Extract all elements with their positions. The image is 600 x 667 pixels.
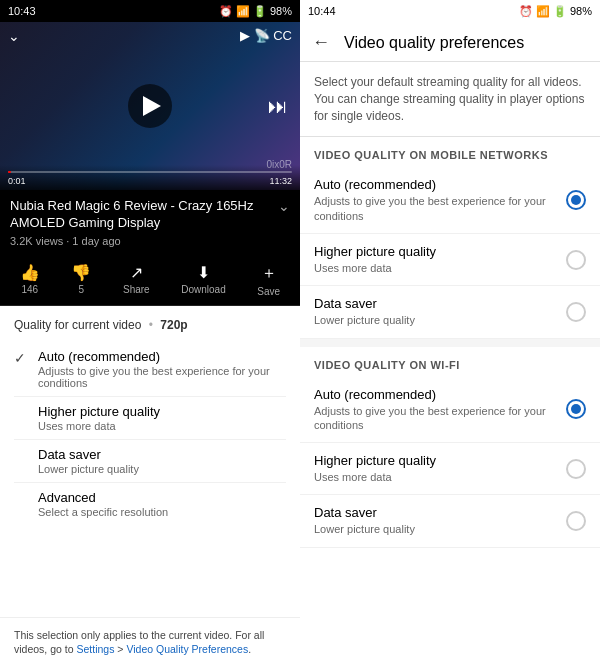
radio-mobile-auto[interactable] xyxy=(566,190,586,210)
section-divider xyxy=(300,339,600,347)
pref-option-text: Data saver Lower picture quality xyxy=(314,505,566,536)
quality-option-auto[interactable]: ✓ Auto (recommended) Adjusts to give you… xyxy=(14,342,286,397)
like-icon: 👍 xyxy=(20,263,40,282)
check-empty xyxy=(14,490,38,491)
share-icon: ↗ xyxy=(130,263,143,282)
progress-fill xyxy=(8,171,11,173)
pref-option-mobile-auto[interactable]: Auto (recommended) Adjusts to give you t… xyxy=(300,167,600,234)
video-info: Nubia Red Magic 6 Review - Crazy 165Hz A… xyxy=(0,190,300,255)
check-empty xyxy=(14,447,38,448)
pref-option-mobile-datasaver[interactable]: Data saver Lower picture quality xyxy=(300,286,600,338)
quality-option-text: Data saver Lower picture quality xyxy=(38,447,286,475)
video-thumbnail[interactable]: ⌄ ▶ 📡 CC ⏭ 0ix0R 0:01 11:32 xyxy=(0,22,300,190)
settings-link[interactable]: Settings xyxy=(76,643,114,655)
video-controls: 0:01 11:32 xyxy=(0,165,300,190)
quality-option-higher[interactable]: Higher picture quality Uses more data xyxy=(14,397,286,440)
share-button[interactable]: ↗ Share xyxy=(123,263,150,297)
quality-option-text: Higher picture quality Uses more data xyxy=(38,404,286,432)
pref-option-text: Auto (recommended) Adjusts to give you t… xyxy=(314,177,566,223)
time-display: 0:01 11:32 xyxy=(8,176,292,186)
download-button[interactable]: ⬇ Download xyxy=(181,263,225,297)
check-empty xyxy=(14,404,38,405)
pref-content: Select your default streaming quality fo… xyxy=(300,62,600,667)
skip-button[interactable]: ⏭ xyxy=(268,95,288,118)
quality-option-text: Advanced Select a specific resolution xyxy=(38,490,286,518)
pref-option-text: Data saver Lower picture quality xyxy=(314,296,566,327)
pref-description: Select your default streaming quality fo… xyxy=(300,62,600,137)
pref-option-text: Higher picture quality Uses more data xyxy=(314,453,566,484)
video-quality-prefs-link[interactable]: Video Quality Preferences xyxy=(126,643,248,655)
quality-option-datasaver[interactable]: Data saver Lower picture quality xyxy=(14,440,286,483)
status-icons-left: ⏰ 📶 🔋 98% xyxy=(219,5,292,18)
time-right: 10:44 xyxy=(308,5,336,17)
chevron-down-icon[interactable]: ⌄ xyxy=(278,198,290,214)
status-bar-left: 10:43 ⏰ 📶 🔋 98% xyxy=(0,0,300,22)
quality-option-text: Auto (recommended) Adjusts to give you t… xyxy=(38,349,286,389)
action-bar: 👍 146 👎 5 ↗ Share ⬇ Download ＋ Save xyxy=(0,255,300,306)
play-icon xyxy=(143,96,161,116)
section-header-mobile: VIDEO QUALITY ON MOBILE NETWORKS xyxy=(300,137,600,167)
right-panel: 10:44 ⏰ 📶 🔋 98% ← Video quality preferen… xyxy=(300,0,600,667)
save-button[interactable]: ＋ Save xyxy=(257,263,280,297)
status-bar-right: 10:44 ⏰ 📶 🔋 98% xyxy=(300,0,600,22)
pref-option-text: Auto (recommended) Adjusts to give you t… xyxy=(314,387,566,433)
back-button[interactable]: ← xyxy=(312,32,330,53)
pref-option-wifi-datasaver[interactable]: Data saver Lower picture quality xyxy=(300,495,600,547)
download-icon: ⬇ xyxy=(197,263,210,282)
status-icons-right: ⏰ 📶 🔋 98% xyxy=(519,5,592,18)
check-icon: ✓ xyxy=(14,349,38,366)
pref-option-wifi-auto[interactable]: Auto (recommended) Adjusts to give you t… xyxy=(300,377,600,444)
progress-bar[interactable] xyxy=(8,171,292,173)
time-left: 10:43 xyxy=(8,5,36,17)
like-button[interactable]: 👍 146 xyxy=(20,263,40,297)
pref-option-wifi-higher[interactable]: Higher picture quality Uses more data xyxy=(300,443,600,495)
radio-wifi-higher[interactable] xyxy=(566,459,586,479)
left-panel: 10:43 ⏰ 📶 🔋 98% ⌄ ▶ 📡 CC ⏭ 0ix0R 0:01 11… xyxy=(0,0,300,667)
save-icon: ＋ xyxy=(261,263,277,284)
radio-inner xyxy=(571,404,581,414)
quality-header: Quality for current video • 720p xyxy=(14,318,286,332)
section-header-wifi: VIDEO QUALITY ON WI-FI xyxy=(300,347,600,377)
pref-option-mobile-higher[interactable]: Higher picture quality Uses more data xyxy=(300,234,600,286)
play-button[interactable] xyxy=(128,84,172,128)
quality-footer: This selection only applies to the curre… xyxy=(0,617,300,667)
video-title: Nubia Red Magic 6 Review - Crazy 165Hz A… xyxy=(10,198,272,232)
dislike-button[interactable]: 👎 5 xyxy=(71,263,91,297)
radio-inner xyxy=(571,195,581,205)
dislike-icon: 👎 xyxy=(71,263,91,282)
page-title: Video quality preferences xyxy=(344,34,524,52)
pref-option-text: Higher picture quality Uses more data xyxy=(314,244,566,275)
radio-wifi-auto[interactable] xyxy=(566,399,586,419)
video-title-row: Nubia Red Magic 6 Review - Crazy 165Hz A… xyxy=(10,198,290,232)
quality-option-advanced[interactable]: Advanced Select a specific resolution xyxy=(14,483,286,525)
top-nav: ← Video quality preferences xyxy=(300,22,600,62)
video-meta: 3.2K views · 1 day ago xyxy=(10,235,290,247)
radio-wifi-datasaver[interactable] xyxy=(566,511,586,531)
radio-mobile-higher[interactable] xyxy=(566,250,586,270)
radio-mobile-datasaver[interactable] xyxy=(566,302,586,322)
quality-panel: Quality for current video • 720p ✓ Auto … xyxy=(0,306,300,617)
